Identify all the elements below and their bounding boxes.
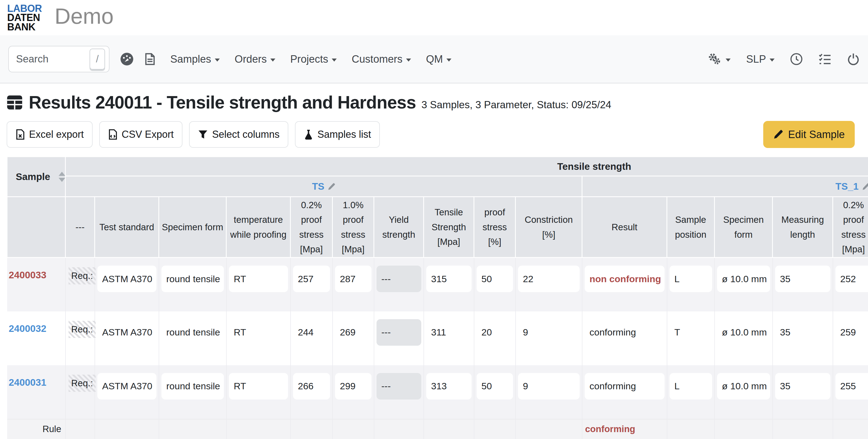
measuring-length-input[interactable]: 35 (775, 266, 830, 292)
value-cell: RT (226, 311, 290, 365)
value-cell: --- (374, 258, 424, 311)
menu-orders[interactable]: Orders (235, 53, 275, 65)
settings-gears-menu[interactable] (708, 53, 731, 65)
proof-stress-02-ts1-input[interactable]: 252 (835, 266, 868, 292)
samples-list-button[interactable]: Samples list (295, 121, 380, 148)
specimen-form-input[interactable]: round tensile (161, 319, 224, 346)
proof-stress-10-input[interactable]: 299 (335, 373, 372, 400)
temperature-input[interactable]: RT (229, 319, 288, 346)
excel-file-icon (16, 129, 25, 140)
select-columns-button[interactable]: Select columns (189, 121, 288, 148)
checklist-icon[interactable] (818, 53, 832, 65)
test-standard-input[interactable]: ASTM A370 (97, 319, 156, 346)
chevron-down-icon (332, 59, 337, 62)
rule-row: Rule conforming (7, 419, 868, 439)
constriction-input[interactable]: 9 (518, 373, 580, 400)
sample-id-cell: 2400031 (7, 365, 65, 419)
result-input[interactable]: non conforming (585, 266, 664, 292)
subgroup-ts-link[interactable]: TS (312, 181, 324, 192)
empty-cell (65, 419, 95, 439)
empty-cell (516, 419, 582, 439)
temperature-input[interactable]: RT (229, 266, 288, 292)
result-input[interactable]: conforming (585, 319, 664, 346)
value-cell: round tensile (159, 365, 226, 419)
sample-link[interactable]: 2400033 (9, 269, 46, 280)
excel-export-label: Excel export (29, 129, 84, 140)
csv-export-button[interactable]: CSV Export (99, 121, 182, 148)
value-cell: conforming (582, 365, 667, 419)
chevron-down-icon (726, 59, 731, 62)
specimen-form2-input[interactable]: ø 10.0 mm (717, 266, 770, 292)
constriction-input[interactable]: 9 (518, 319, 580, 346)
proof-stress-02-input[interactable]: 244 (293, 319, 330, 346)
value-cell: 20 (474, 311, 516, 365)
yield-strength-input: --- (376, 319, 421, 346)
subgroup-ts1-link[interactable]: TS_1 (835, 181, 859, 192)
excel-export-button[interactable]: Excel export (7, 121, 93, 148)
specimen-form-input[interactable]: round tensile (161, 266, 224, 292)
menu-qm[interactable]: QM (426, 53, 452, 65)
measuring-length-input[interactable]: 35 (775, 319, 830, 346)
yield-strength-input: --- (376, 373, 421, 400)
user-menu[interactable]: SLP (746, 53, 775, 65)
value-cell: round tensile (159, 258, 226, 311)
main-menu: Samples Orders Projects Customers QM (170, 53, 452, 65)
tensile-strength-input[interactable]: 315 (426, 266, 472, 292)
sample-column-header[interactable]: Sample (7, 157, 65, 197)
empty-cell (715, 419, 773, 439)
history-clock-icon[interactable] (790, 53, 803, 65)
pencil-icon (773, 130, 783, 139)
menu-projects[interactable]: Projects (290, 53, 337, 65)
logout-power-icon[interactable] (847, 53, 860, 65)
column-header: Constriction [%] (516, 197, 582, 258)
empty-cell (833, 419, 868, 439)
empty-cell (424, 419, 474, 439)
empty-cell (159, 419, 226, 439)
test-standard-input[interactable]: ASTM A370 (97, 266, 156, 292)
brand-header: LABOR DATEN BANK Demo (0, 0, 868, 35)
samples-list-label: Samples list (317, 129, 371, 140)
sample-link[interactable]: 2400032 (9, 323, 46, 334)
value-cell: round tensile (159, 311, 226, 365)
proof-stress-02-ts1-input[interactable]: 259 (835, 319, 868, 346)
test-standard-input[interactable]: ASTM A370 (97, 373, 156, 400)
sort-icon[interactable] (59, 172, 65, 182)
proof-stress-02-input[interactable]: 257 (293, 266, 330, 292)
edit-ts-pencil-icon[interactable] (328, 183, 335, 191)
tensile-strength-input[interactable]: 313 (426, 373, 472, 400)
edit-ts1-pencil-icon[interactable] (862, 183, 868, 191)
sample-header-label: Sample (16, 171, 50, 182)
menu-samples[interactable]: Samples (170, 53, 220, 65)
dashboard-icon[interactable] (121, 53, 133, 65)
page-header: Results 240011 - Tensile strength and Ha… (7, 92, 861, 113)
sample-position-input[interactable]: T (670, 319, 712, 346)
specimen-form2-input[interactable]: ø 10.0 mm (717, 373, 770, 400)
constriction-input[interactable]: 22 (518, 266, 580, 292)
document-icon[interactable] (144, 53, 155, 65)
labordatenbank-logo[interactable]: LABOR DATEN BANK (7, 4, 42, 31)
column-header: Tensile Strength [Mpa] (424, 197, 474, 258)
req-label: Req.: (68, 375, 96, 392)
result-input[interactable]: conforming (585, 373, 664, 400)
value-cell: 9 (516, 365, 582, 419)
sample-link[interactable]: 2400031 (9, 377, 46, 388)
value-cell: 9 (516, 311, 582, 365)
proof-stress-pct-input[interactable]: 50 (476, 266, 513, 292)
edit-sample-button[interactable]: Edit Sample (763, 121, 855, 148)
proof-stress-02-input[interactable]: 266 (293, 373, 330, 400)
tensile-strength-input[interactable]: 311 (426, 319, 472, 346)
proof-stress-10-input[interactable]: 269 (335, 319, 372, 346)
value-cell: ø 10.0 mm (715, 365, 773, 419)
specimen-form-input[interactable]: round tensile (161, 373, 224, 400)
search-input[interactable]: Search / (8, 46, 110, 72)
proof-stress-pct-input[interactable]: 50 (476, 373, 513, 400)
proof-stress-pct-input[interactable]: 20 (476, 319, 513, 346)
measuring-length-input[interactable]: 35 (775, 373, 830, 400)
sample-position-input[interactable]: L (670, 266, 712, 292)
sample-position-input[interactable]: L (670, 373, 712, 400)
proof-stress-10-input[interactable]: 287 (335, 266, 372, 292)
specimen-form2-input[interactable]: ø 10.0 mm (717, 319, 770, 346)
temperature-input[interactable]: RT (229, 373, 288, 400)
menu-customers[interactable]: Customers (352, 53, 411, 65)
proof-stress-02-ts1-input[interactable]: 255 (835, 373, 868, 400)
